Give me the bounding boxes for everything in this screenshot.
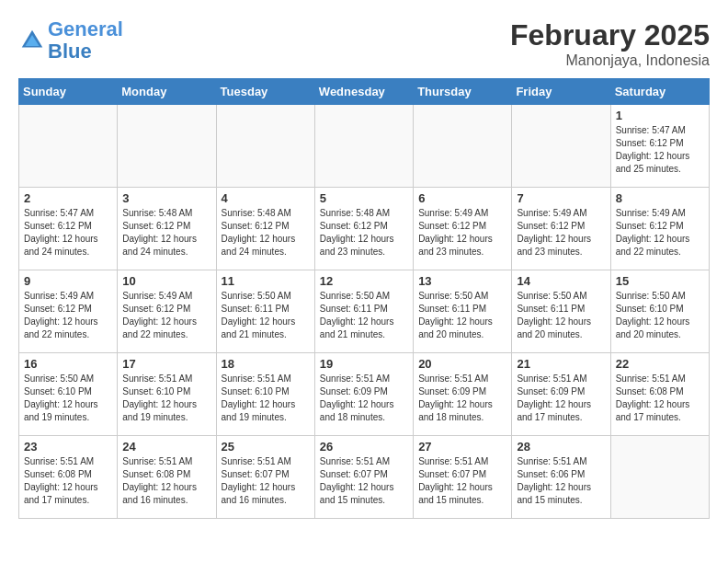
logo-line1: General — [48, 17, 123, 40]
day-number: 22 — [616, 357, 704, 371]
calendar-week-row: 16Sunrise: 5:50 AM Sunset: 6:10 PM Dayli… — [19, 353, 710, 436]
calendar-cell — [610, 436, 709, 519]
day-number: 11 — [222, 274, 310, 288]
day-info: Sunrise: 5:51 AM Sunset: 6:07 PM Dayligh… — [418, 455, 506, 507]
calendar-cell — [414, 105, 512, 188]
calendar-cell: 16Sunrise: 5:50 AM Sunset: 6:10 PM Dayli… — [19, 353, 118, 436]
calendar-day-header: Wednesday — [314, 79, 413, 105]
day-number: 2 — [24, 191, 112, 205]
day-info: Sunrise: 5:48 AM Sunset: 6:12 PM Dayligh… — [122, 207, 210, 259]
calendar-day-header: Sunday — [19, 79, 118, 105]
day-number: 28 — [517, 440, 605, 454]
calendar-cell: 14Sunrise: 5:50 AM Sunset: 6:11 PM Dayli… — [512, 270, 610, 353]
day-info: Sunrise: 5:47 AM Sunset: 6:12 PM Dayligh… — [24, 207, 112, 259]
calendar-cell: 8Sunrise: 5:49 AM Sunset: 6:12 PM Daylig… — [610, 188, 709, 270]
logo-icon — [18, 27, 46, 54]
calendar-cell: 5Sunrise: 5:48 AM Sunset: 6:12 PM Daylig… — [314, 188, 413, 270]
day-info: Sunrise: 5:50 AM Sunset: 6:11 PM Dayligh… — [517, 290, 605, 341]
calendar-cell: 20Sunrise: 5:51 AM Sunset: 6:09 PM Dayli… — [414, 353, 512, 436]
calendar-cell: 28Sunrise: 5:51 AM Sunset: 6:06 PM Dayli… — [512, 436, 610, 519]
day-info: Sunrise: 5:49 AM Sunset: 6:12 PM Dayligh… — [24, 290, 112, 341]
day-number: 23 — [24, 440, 112, 454]
day-number: 12 — [320, 274, 408, 288]
day-number: 20 — [418, 357, 506, 371]
day-number: 27 — [418, 440, 506, 454]
calendar-cell: 3Sunrise: 5:48 AM Sunset: 6:12 PM Daylig… — [118, 188, 216, 270]
calendar-cell: 21Sunrise: 5:51 AM Sunset: 6:09 PM Dayli… — [512, 353, 610, 436]
day-number: 1 — [616, 109, 704, 122]
logo-text: General Blue — [48, 18, 123, 63]
calendar-cell: 24Sunrise: 5:51 AM Sunset: 6:08 PM Dayli… — [118, 436, 216, 519]
day-number: 10 — [122, 274, 210, 288]
day-number: 17 — [122, 357, 210, 371]
calendar-day-header: Tuesday — [216, 79, 314, 105]
day-info: Sunrise: 5:50 AM Sunset: 6:10 PM Dayligh… — [616, 290, 704, 341]
calendar-cell — [118, 105, 216, 188]
day-info: Sunrise: 5:51 AM Sunset: 6:10 PM Dayligh… — [222, 373, 310, 424]
day-info: Sunrise: 5:50 AM Sunset: 6:11 PM Dayligh… — [320, 290, 408, 341]
day-number: 26 — [320, 440, 408, 454]
day-info: Sunrise: 5:50 AM Sunset: 6:10 PM Dayligh… — [24, 373, 112, 424]
calendar-cell — [314, 105, 413, 188]
day-number: 3 — [122, 191, 210, 205]
calendar-cell: 17Sunrise: 5:51 AM Sunset: 6:10 PM Dayli… — [118, 353, 216, 436]
calendar-cell: 12Sunrise: 5:50 AM Sunset: 6:11 PM Dayli… — [314, 270, 413, 353]
calendar-cell: 4Sunrise: 5:48 AM Sunset: 6:12 PM Daylig… — [216, 188, 314, 270]
calendar-body: 1Sunrise: 5:47 AM Sunset: 6:12 PM Daylig… — [19, 105, 710, 519]
day-info: Sunrise: 5:49 AM Sunset: 6:12 PM Dayligh… — [616, 207, 704, 259]
calendar-cell — [19, 105, 118, 188]
day-info: Sunrise: 5:51 AM Sunset: 6:09 PM Dayligh… — [517, 373, 605, 424]
calendar-cell: 15Sunrise: 5:50 AM Sunset: 6:10 PM Dayli… — [610, 270, 709, 353]
calendar-day-header: Friday — [512, 79, 610, 105]
calendar-header-row: SundayMondayTuesdayWednesdayThursdayFrid… — [19, 79, 710, 105]
calendar-cell: 11Sunrise: 5:50 AM Sunset: 6:11 PM Dayli… — [216, 270, 314, 353]
logo: General Blue — [18, 18, 123, 63]
day-number: 16 — [24, 357, 112, 371]
calendar-cell: 23Sunrise: 5:51 AM Sunset: 6:08 PM Dayli… — [19, 436, 118, 519]
calendar-day-header: Saturday — [610, 79, 709, 105]
title-block: February 2025 Manonjaya, Indonesia — [510, 18, 710, 69]
calendar-week-row: 2Sunrise: 5:47 AM Sunset: 6:12 PM Daylig… — [19, 188, 710, 270]
calendar-cell: 26Sunrise: 5:51 AM Sunset: 6:07 PM Dayli… — [314, 436, 413, 519]
day-info: Sunrise: 5:51 AM Sunset: 6:06 PM Dayligh… — [517, 455, 605, 507]
day-info: Sunrise: 5:51 AM Sunset: 6:09 PM Dayligh… — [418, 373, 506, 424]
day-number: 15 — [616, 274, 704, 288]
calendar-cell — [216, 105, 314, 188]
calendar-day-header: Monday — [118, 79, 216, 105]
day-info: Sunrise: 5:49 AM Sunset: 6:12 PM Dayligh… — [418, 207, 506, 259]
day-number: 13 — [418, 274, 506, 288]
calendar-week-row: 23Sunrise: 5:51 AM Sunset: 6:08 PM Dayli… — [19, 436, 710, 519]
day-info: Sunrise: 5:51 AM Sunset: 6:07 PM Dayligh… — [222, 455, 310, 507]
day-info: Sunrise: 5:48 AM Sunset: 6:12 PM Dayligh… — [320, 207, 408, 259]
calendar-cell: 1Sunrise: 5:47 AM Sunset: 6:12 PM Daylig… — [610, 105, 709, 188]
day-number: 9 — [24, 274, 112, 288]
calendar-cell: 27Sunrise: 5:51 AM Sunset: 6:07 PM Dayli… — [414, 436, 512, 519]
calendar-cell: 13Sunrise: 5:50 AM Sunset: 6:11 PM Dayli… — [414, 270, 512, 353]
day-info: Sunrise: 5:49 AM Sunset: 6:12 PM Dayligh… — [122, 290, 210, 341]
day-info: Sunrise: 5:51 AM Sunset: 6:08 PM Dayligh… — [24, 455, 112, 507]
day-info: Sunrise: 5:51 AM Sunset: 6:08 PM Dayligh… — [122, 455, 210, 507]
calendar-day-header: Thursday — [414, 79, 512, 105]
location: Manonjaya, Indonesia — [510, 52, 710, 69]
day-number: 18 — [222, 357, 310, 371]
page-header: General Blue February 2025 Manonjaya, In… — [18, 18, 710, 69]
day-number: 8 — [616, 191, 704, 205]
calendar-cell: 6Sunrise: 5:49 AM Sunset: 6:12 PM Daylig… — [414, 188, 512, 270]
day-number: 25 — [222, 440, 310, 454]
day-info: Sunrise: 5:48 AM Sunset: 6:12 PM Dayligh… — [222, 207, 310, 259]
logo-line2: Blue — [48, 40, 92, 63]
month-title: February 2025 — [510, 18, 710, 52]
day-number: 6 — [418, 191, 506, 205]
calendar-cell: 9Sunrise: 5:49 AM Sunset: 6:12 PM Daylig… — [19, 270, 118, 353]
calendar-week-row: 1Sunrise: 5:47 AM Sunset: 6:12 PM Daylig… — [19, 105, 710, 188]
day-number: 19 — [320, 357, 408, 371]
calendar-cell: 19Sunrise: 5:51 AM Sunset: 6:09 PM Dayli… — [314, 353, 413, 436]
day-number: 4 — [222, 191, 310, 205]
calendar-week-row: 9Sunrise: 5:49 AM Sunset: 6:12 PM Daylig… — [19, 270, 710, 353]
calendar-cell: 2Sunrise: 5:47 AM Sunset: 6:12 PM Daylig… — [19, 188, 118, 270]
calendar-cell: 7Sunrise: 5:49 AM Sunset: 6:12 PM Daylig… — [512, 188, 610, 270]
day-number: 14 — [517, 274, 605, 288]
day-info: Sunrise: 5:51 AM Sunset: 6:10 PM Dayligh… — [122, 373, 210, 424]
calendar-cell: 18Sunrise: 5:51 AM Sunset: 6:10 PM Dayli… — [216, 353, 314, 436]
calendar-cell — [512, 105, 610, 188]
